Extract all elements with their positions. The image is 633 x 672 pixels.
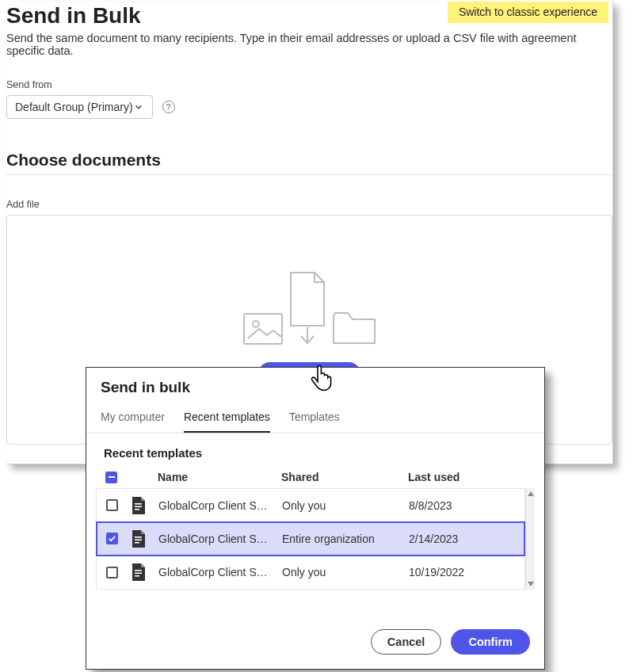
- templates-table: Name Shared Last used GlobalCorp Client …: [96, 466, 535, 590]
- row-name: GlobalCorp Client S…: [158, 533, 282, 545]
- svg-rect-6: [135, 536, 142, 538]
- row-checkbox[interactable]: [106, 499, 118, 511]
- document-icon: [132, 497, 158, 514]
- tab-my-computer[interactable]: My computer: [101, 404, 165, 433]
- row-shared: Only you: [282, 499, 409, 512]
- send-from-label: Send from: [6, 79, 612, 90]
- table-header: Name Shared Last used: [96, 466, 535, 488]
- table-row[interactable]: GlobalCorp Client S…Only you10/19/2022: [97, 556, 524, 589]
- row-last-used: 8/8/2023: [409, 499, 524, 512]
- confirm-button[interactable]: Confirm: [451, 629, 530, 655]
- table-row[interactable]: GlobalCorp Client S…Only you8/8/2023: [97, 489, 524, 522]
- row-last-used: 10/19/2022: [409, 566, 524, 578]
- recent-templates-heading: Recent templates: [86, 433, 544, 466]
- row-name: GlobalCorp Client S…: [158, 566, 282, 578]
- document-download-icon: [288, 272, 327, 345]
- column-shared[interactable]: Shared: [281, 471, 408, 483]
- cancel-button[interactable]: Cancel: [371, 629, 442, 655]
- scrollbar[interactable]: [525, 488, 535, 590]
- svg-marker-13: [528, 582, 534, 586]
- table-row[interactable]: GlobalCorp Client S…Entire organization2…: [97, 522, 524, 556]
- row-name: GlobalCorp Client S…: [158, 499, 282, 512]
- svg-point-1: [253, 321, 259, 327]
- svg-rect-0: [244, 314, 282, 344]
- select-all-checkbox[interactable]: [105, 472, 117, 483]
- chevron-down-icon: [133, 101, 144, 113]
- row-shared: Entire organization: [282, 533, 409, 545]
- svg-rect-9: [135, 570, 142, 571]
- send-from-selected: Default Group (Primary): [15, 101, 133, 113]
- document-icon: [132, 530, 158, 548]
- svg-marker-12: [528, 491, 534, 496]
- row-shared: Only you: [282, 566, 409, 578]
- choose-documents-heading: Choose documents: [6, 151, 612, 175]
- svg-rect-3: [135, 503, 142, 505]
- scroll-up-icon[interactable]: [527, 490, 535, 498]
- add-file-label: Add file: [6, 199, 612, 210]
- send-from-dropdown[interactable]: Default Group (Primary): [6, 95, 153, 119]
- svg-rect-5: [135, 509, 139, 510]
- svg-rect-11: [135, 575, 139, 577]
- row-checkbox[interactable]: [106, 567, 118, 578]
- svg-rect-8: [135, 542, 139, 544]
- page-subtitle: Send the same document to many recipient…: [6, 32, 612, 57]
- drop-illustration: [243, 272, 376, 345]
- column-last-used[interactable]: Last used: [408, 471, 535, 483]
- svg-rect-7: [135, 539, 142, 540]
- svg-rect-10: [135, 573, 142, 575]
- modal-tabs: My computer Recent templates Templates: [86, 399, 544, 433]
- scroll-down-icon[interactable]: [527, 580, 535, 588]
- svg-rect-4: [135, 506, 142, 507]
- column-name[interactable]: Name: [158, 471, 281, 483]
- document-icon: [132, 563, 158, 581]
- row-checkbox[interactable]: [106, 533, 118, 544]
- tab-recent-templates[interactable]: Recent templates: [184, 404, 270, 433]
- tab-templates[interactable]: Templates: [289, 404, 340, 433]
- choose-files-modal: Send in bulk My computer Recent template…: [86, 367, 545, 670]
- folder-icon: [332, 310, 376, 345]
- help-icon[interactable]: ?: [162, 101, 175, 113]
- classic-experience-banner[interactable]: Switch to classic experience: [448, 2, 608, 23]
- row-last-used: 2/14/2023: [409, 533, 524, 545]
- modal-title: Send in bulk: [86, 368, 544, 399]
- image-icon: [243, 313, 283, 345]
